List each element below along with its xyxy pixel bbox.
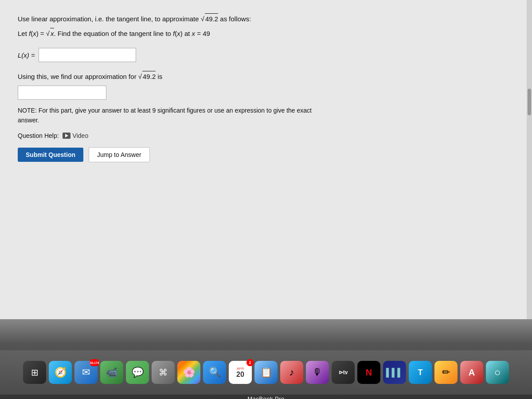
- lx-input[interactable]: [39, 48, 136, 62]
- video-icon: [63, 133, 70, 139]
- dock-facetime[interactable]: 📹: [100, 361, 123, 384]
- dock-launchpad[interactable]: ⊞: [23, 361, 46, 384]
- dock-finder[interactable]: 🔍: [203, 361, 226, 384]
- dock: ⊞ 🧭 ✉ 30,174 📹 💬 ⌘ 🌸 🔍: [0, 350, 532, 395]
- calendar-day: 20: [236, 371, 244, 379]
- submit-question-button[interactable]: Submit Question: [18, 148, 83, 162]
- scrollbar-thumb: [528, 89, 531, 115]
- approx-input[interactable]: [18, 86, 106, 100]
- dock-mail[interactable]: ✉ 30,174: [74, 361, 98, 384]
- video-link[interactable]: Video: [63, 132, 89, 139]
- jump-to-answer-button[interactable]: Jump to Answer: [89, 147, 150, 162]
- dock-pencil[interactable]: ✏: [434, 361, 458, 384]
- dock-netflix[interactable]: N: [357, 361, 380, 384]
- dock-files[interactable]: 📋: [254, 361, 278, 384]
- problem-line2: Let f(x) = √x. Find the equation of the …: [18, 28, 514, 39]
- macbook-label: MacBook Pro: [247, 395, 285, 399]
- dock-appletv[interactable]: ⊳tv: [332, 361, 355, 384]
- mail-badge: 30,174: [90, 359, 99, 366]
- lx-label: L(x) =: [18, 51, 35, 59]
- main-content: Use linear approximation, i.e. the tange…: [0, 0, 532, 319]
- dock-translate[interactable]: T: [409, 361, 432, 384]
- dock-circle[interactable]: ○: [486, 361, 509, 384]
- problem-line1: Use linear approximation, i.e. the tange…: [18, 13, 514, 24]
- question-help: Question Help: Video: [18, 132, 514, 139]
- video-label: Video: [73, 132, 89, 139]
- dock-music[interactable]: ♪: [280, 361, 303, 384]
- calendar-month: APR: [237, 367, 244, 371]
- dock-calendar[interactable]: APR 20 2: [229, 361, 252, 384]
- button-row: Submit Question Jump to Answer: [18, 147, 514, 162]
- dock-bars[interactable]: ▌▌▌: [383, 361, 406, 384]
- dock-podcasts[interactable]: 🎙: [306, 361, 329, 384]
- dock-font[interactable]: A: [460, 361, 483, 384]
- lx-input-row: L(x) =: [18, 48, 514, 62]
- dock-safari[interactable]: 🧭: [49, 361, 72, 384]
- calendar-badge: 2: [246, 359, 254, 366]
- note-text: NOTE: For this part, give your answer to…: [18, 106, 514, 125]
- approx-section: Using this, we find our approximation fo…: [18, 71, 514, 100]
- dock-messages[interactable]: 💬: [126, 361, 149, 384]
- dock-photos[interactable]: 🌸: [177, 361, 200, 384]
- dock-area: ⊞ 🧭 ✉ 30,174 📹 💬 ⌘ 🌸 🔍: [0, 319, 532, 399]
- question-help-label: Question Help:: [18, 132, 59, 139]
- scrollbar[interactable]: [527, 0, 532, 319]
- approx-text: Using this, we find our approximation fo…: [18, 71, 514, 82]
- dock-spotlight[interactable]: ⌘: [152, 361, 175, 384]
